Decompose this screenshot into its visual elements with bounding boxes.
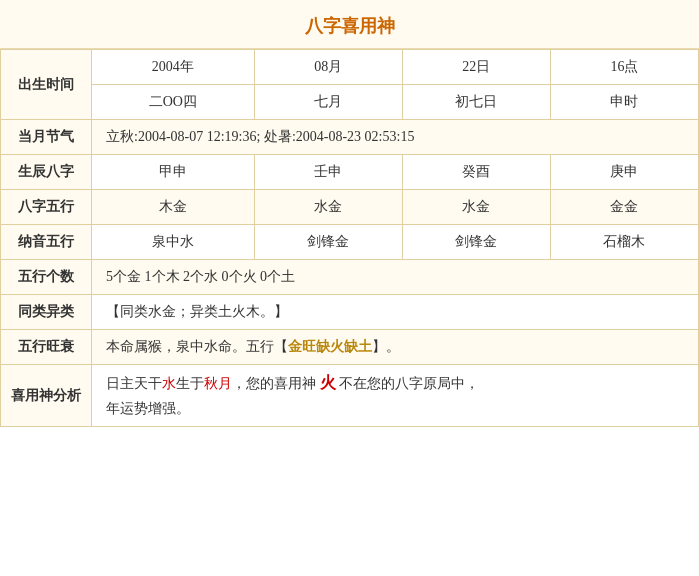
fire-icon: 火	[320, 374, 336, 391]
birth-year: 2004年	[92, 50, 255, 85]
bazi-row: 生辰八字 甲申 壬申 癸酉 庚申	[1, 155, 699, 190]
birth-cn-year: 二OO四	[92, 85, 255, 120]
nayin-row: 纳音五行 泉中水 剑锋金 剑锋金 石榴木	[1, 225, 699, 260]
birth-month: 08月	[254, 50, 402, 85]
birth-time-row2: 二OO四 七月 初七日 申时	[1, 85, 699, 120]
page-title: 八字喜用神	[0, 0, 699, 49]
wuxing-col1: 木金	[92, 190, 255, 225]
xiyong-water: 水	[162, 376, 176, 391]
birth-day: 22日	[402, 50, 550, 85]
bazi-label: 生辰八字	[1, 155, 92, 190]
wangxue-value: 本命属猴，泉中水命。五行【金旺缺火缺土】。	[92, 330, 699, 365]
birth-time-label: 出生时间	[1, 50, 92, 120]
count-label: 五行个数	[1, 260, 92, 295]
nayin-label: 纳音五行	[1, 225, 92, 260]
xiyong-suffix: 不在您的八字原局中，	[336, 376, 480, 391]
xiyong-mid: ，您的喜用神	[232, 376, 320, 391]
xiyong-born: 生于	[176, 376, 204, 391]
wuxing-row: 八字五行 木金 水金 水金 金金	[1, 190, 699, 225]
bazi-col3: 癸酉	[402, 155, 550, 190]
nayin-col3: 剑锋金	[402, 225, 550, 260]
birth-time-row1: 出生时间 2004年 08月 22日 16点	[1, 50, 699, 85]
wuxing-col2: 水金	[254, 190, 402, 225]
wangxue-highlight: 金旺缺火缺土	[288, 339, 372, 354]
page-wrapper: 八字喜用神 出生时间 2004年 08月 22日 16点 二OO四 七月 初七日…	[0, 0, 699, 427]
xiyong-line2: 年运势增强。	[106, 400, 684, 418]
wuxing-col3: 水金	[402, 190, 550, 225]
wuxing-col4: 金金	[550, 190, 698, 225]
main-table: 出生时间 2004年 08月 22日 16点 二OO四 七月 初七日 申时 当月…	[0, 49, 699, 427]
solar-term-label: 当月节气	[1, 120, 92, 155]
nayin-col1: 泉中水	[92, 225, 255, 260]
bazi-col2: 壬申	[254, 155, 402, 190]
wangxue-suffix: 】。	[372, 339, 400, 354]
xiyong-row: 喜用神分析 日主天干水生于秋月，您的喜用神 火 不在您的八字原局中， 年运势增强…	[1, 365, 699, 427]
xiyong-line1: 日主天干水生于秋月，您的喜用神 火 不在您的八字原局中，	[106, 373, 684, 394]
nayin-col4: 石榴木	[550, 225, 698, 260]
birth-cn-hour: 申时	[550, 85, 698, 120]
solar-term-value: 立秋:2004-08-07 12:19:36; 处暑:2004-08-23 02…	[92, 120, 699, 155]
count-value: 5个金 1个木 2个水 0个火 0个土	[92, 260, 699, 295]
category-row: 同类异类 【同类水金；异类土火木。】	[1, 295, 699, 330]
xiyong-label: 喜用神分析	[1, 365, 92, 427]
xiyong-prefix: 日主天干	[106, 376, 162, 391]
nayin-col2: 剑锋金	[254, 225, 402, 260]
xiyong-autumn: 秋月	[204, 376, 232, 391]
bazi-col1: 甲申	[92, 155, 255, 190]
wuxing-label: 八字五行	[1, 190, 92, 225]
birth-hour: 16点	[550, 50, 698, 85]
count-row: 五行个数 5个金 1个木 2个水 0个火 0个土	[1, 260, 699, 295]
wangxue-label: 五行旺衰	[1, 330, 92, 365]
category-label: 同类异类	[1, 295, 92, 330]
birth-cn-month: 七月	[254, 85, 402, 120]
birth-cn-day: 初七日	[402, 85, 550, 120]
category-value: 【同类水金；异类土火木。】	[92, 295, 699, 330]
wangxue-prefix: 本命属猴，泉中水命。五行【	[106, 339, 288, 354]
solar-term-row: 当月节气 立秋:2004-08-07 12:19:36; 处暑:2004-08-…	[1, 120, 699, 155]
xiyong-value: 日主天干水生于秋月，您的喜用神 火 不在您的八字原局中， 年运势增强。	[92, 365, 699, 427]
wangxue-row: 五行旺衰 本命属猴，泉中水命。五行【金旺缺火缺土】。	[1, 330, 699, 365]
bazi-col4: 庚申	[550, 155, 698, 190]
